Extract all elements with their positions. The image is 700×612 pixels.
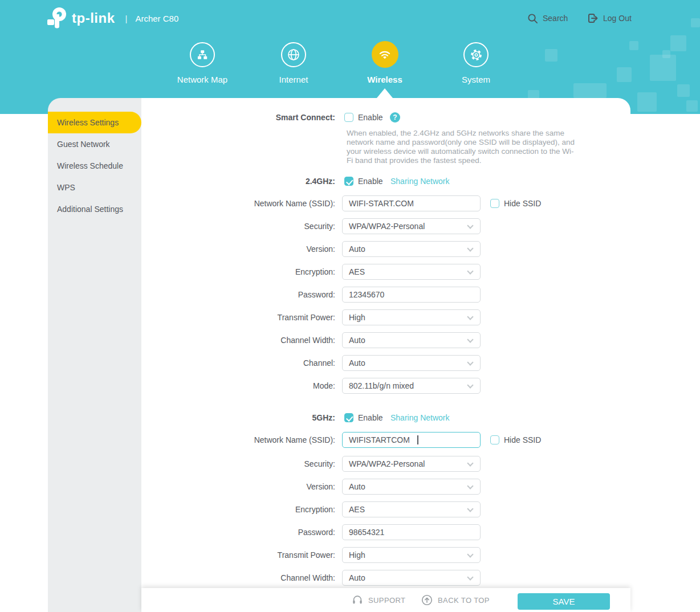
nav-item-wireless[interactable]: Wireless [339,42,430,84]
footer-bar: SUPPORT BACK TO TOP SAVE [141,588,630,612]
select-value: Auto [349,356,365,370]
version-row-2g4: Version: Auto [141,241,630,257]
wireless-settings-panel: Smart Connect: Enable ? When enabled, th… [141,98,630,612]
sidebar-item-wireless-schedule[interactable]: Wireless Schedule [48,155,141,177]
chevron-down-icon [467,483,473,489]
hide-ssid-label: Hide SSID [504,432,541,448]
gear-icon [463,42,489,67]
field-label: Version: [141,241,335,257]
password-input-5g[interactable] [342,524,481,540]
enable-label: Enable [358,412,383,423]
field-label: Mode: [141,378,335,394]
smart-connect-checkbox[interactable] [344,113,353,122]
ssid-input-2g4[interactable] [342,195,481,211]
chevron-down-icon [467,222,473,229]
chevron-down-icon [467,268,473,274]
channel-width-row-5g: Channel Width: Auto [141,570,630,586]
select-value: Auto [349,570,365,585]
nav-item-network-map[interactable]: Network Map [157,42,248,84]
nav-item-internet[interactable]: Internet [248,42,339,84]
version-select-2g4[interactable]: Auto [342,241,481,257]
chevron-down-icon [467,551,473,557]
encryption-select-5g[interactable]: AES [342,501,481,517]
sidebar-item-additional-settings[interactable]: Additional Settings [48,198,141,220]
select-value: Auto [349,479,365,494]
hide-ssid-label: Hide SSID [504,195,541,211]
security-select-5g[interactable]: WPA/WPA2-Personal [342,456,481,472]
wifi-icon [372,41,398,68]
smart-connect-label: Smart Connect: [141,112,335,123]
ssid-label: Network Name (SSID): [141,195,335,211]
encryption-select-2g4[interactable]: AES [342,264,481,280]
chevron-down-icon [467,460,473,466]
field-label: Encryption: [141,501,335,517]
chevron-down-icon [467,574,473,580]
pixel-square [650,55,676,81]
sidebar-item-wireless-settings[interactable]: Wireless Settings [48,112,141,133]
hide-ssid-checkbox-2g4[interactable] [490,199,499,208]
nav-label: Wireless [339,75,430,84]
back-to-top-button[interactable]: BACK TO TOP [421,588,490,612]
chevron-down-icon [467,505,473,512]
sidebar-item-wps[interactable]: WPS [48,177,141,198]
help-icon[interactable]: ? [390,112,400,123]
save-button[interactable]: SAVE [518,593,610,610]
transmit-power-select-2g4[interactable]: High [342,309,481,325]
select-value: High [349,548,365,562]
search-label: Search [543,14,568,23]
band-5g-enable-checkbox[interactable] [344,413,353,422]
password-input-2g4[interactable] [342,287,481,303]
field-label: Channel Width: [141,332,335,348]
hide-ssid-checkbox-5g[interactable] [490,435,499,444]
mode-select-2g4[interactable]: 802.11b/g/n mixed [342,378,481,394]
field-label: Channel: [141,355,335,371]
channel-select-2g4[interactable]: Auto [342,355,481,371]
select-value: High [349,310,365,325]
nav-item-system[interactable]: System [430,42,522,84]
band-2g4-enable-checkbox[interactable] [344,177,353,186]
enable-label: Enable [358,176,383,187]
channel-width-select-5g[interactable]: Auto [342,570,481,586]
ssid-input-5g[interactable] [342,432,481,448]
sharing-network-link-2g4[interactable]: Sharing Network [390,176,450,187]
field-label: Password: [141,287,335,303]
mode-row-2g4: Mode: 802.11b/g/n mixed [141,378,630,394]
band-5g-label: 5GHz: [141,412,335,423]
logout-icon [587,13,599,24]
search-button[interactable]: Search [527,12,568,25]
field-label: Transmit Power: [141,309,335,325]
security-select-2g4[interactable]: WPA/WPA2-Personal [342,218,481,234]
pixel-square [677,84,690,97]
logout-button[interactable]: Log Out [587,12,632,25]
pixel-square [670,35,686,51]
encryption-row-2g4: Encryption: AES [141,264,630,280]
channel-width-row-2g4: Channel Width: Auto [141,332,630,348]
logout-label: Log Out [603,14,632,23]
select-value: AES [349,502,365,517]
sidebar-item-guest-network[interactable]: Guest Network [48,133,141,155]
sharing-network-link-5g[interactable]: Sharing Network [390,412,450,423]
field-label: Version: [141,479,335,495]
select-value: WPA/WPA2-Personal [349,456,425,471]
globe-icon [281,42,306,67]
arrow-up-circle-icon [421,594,433,606]
security-row-2g4: Security: WPA/WPA2-Personal [141,218,630,234]
nav-label: Network Map [157,75,248,84]
password-row-5g: Password: [141,524,630,540]
version-select-5g[interactable]: Auto [342,479,481,495]
field-label: Security: [141,456,335,472]
pixel-square [573,83,607,98]
chevron-down-icon [467,382,473,388]
transmit-power-select-5g[interactable]: High [342,547,481,563]
field-label: Password: [141,524,335,540]
channel-width-select-2g4[interactable]: Auto [342,332,481,348]
pixel-square [545,49,557,62]
tplink-logo-icon [44,6,67,30]
support-button[interactable]: SUPPORT [351,588,405,612]
transmit-power-row-5g: Transmit Power: High [141,547,630,563]
encryption-row-5g: Encryption: AES [141,501,630,517]
transmit-power-row-2g4: Transmit Power: High [141,309,630,325]
sidebar: Wireless Settings Guest Network Wireless… [48,98,141,612]
password-row-2g4: Password: [141,287,630,303]
band-2g4-header-row: 2.4GHz: Enable Sharing Network [141,176,630,187]
